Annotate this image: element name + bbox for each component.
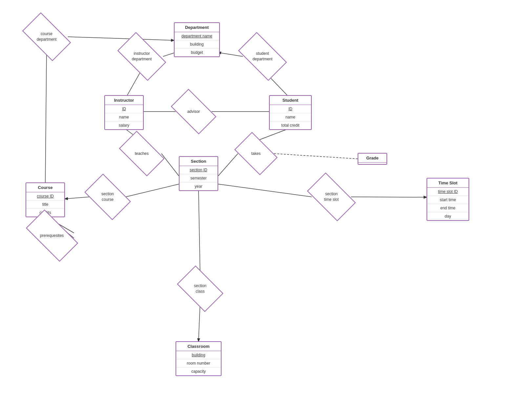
entity-title-classroom: Classroom xyxy=(176,342,221,351)
svg-line-9 xyxy=(161,154,179,176)
diamond-label-section_timeslot: sectiontime slot xyxy=(324,191,339,202)
entity-department: Departmentdepartment namebuildingbudget xyxy=(174,22,220,57)
entity-title-grade: Grade xyxy=(358,154,387,163)
entity-attr-timeslot: end time xyxy=(427,204,469,212)
entity-title-instructor: Instructor xyxy=(105,96,143,105)
svg-line-11 xyxy=(218,154,238,176)
diamond-label-student_dept: studentdepartment xyxy=(253,51,273,62)
diamond-section_class: sectionclass xyxy=(180,276,220,302)
entity-attr-student: total credit xyxy=(270,121,311,129)
entity-attr-student: ID xyxy=(270,105,311,113)
entity-title-student: Student xyxy=(270,96,311,105)
diamond-label-teaches: teaches xyxy=(135,151,149,157)
diamond-label-advisor: advisor xyxy=(187,109,200,115)
entity-attr-classroom: building xyxy=(176,351,221,359)
diamond-label-course_dept: coursedepartment xyxy=(37,31,57,42)
diamond-prereqs: prerequesites xyxy=(28,222,76,249)
entity-attr-instructor: salary xyxy=(105,121,143,129)
entity-student: StudentIDnametotal credit xyxy=(269,95,312,130)
svg-line-14 xyxy=(65,197,90,199)
diamond-label-section_course: sectioncourse xyxy=(101,191,114,202)
entity-attr-timeslot: start time xyxy=(427,196,469,204)
diamond-label-takes: takes xyxy=(251,151,261,157)
entity-attr-instructor: name xyxy=(105,113,143,121)
diamond-label-prereqs: prerequesites xyxy=(40,233,64,239)
svg-line-18 xyxy=(199,302,200,341)
entity-attr-course: course ID xyxy=(26,192,64,200)
svg-line-0 xyxy=(68,37,174,40)
svg-line-1 xyxy=(45,50,47,182)
entity-section: Sectionsection IDsemesteryear xyxy=(179,156,218,191)
entity-attr-timeslot: time slot ID xyxy=(427,188,469,196)
diamond-student_dept: studentdepartment xyxy=(241,43,284,70)
svg-line-10 xyxy=(256,128,290,141)
entity-attr-department: budget xyxy=(175,49,219,56)
entity-attr-student: name xyxy=(270,113,311,121)
entity-attr-department: department name xyxy=(175,32,219,40)
diamond-section_timeslot: sectiontime slot xyxy=(310,184,353,210)
entity-attr-classroom: capacity xyxy=(176,368,221,375)
svg-line-13 xyxy=(126,184,179,197)
svg-line-15 xyxy=(218,184,312,197)
entity-attr-timeslot: day xyxy=(427,212,469,220)
entity-attr-section: semester xyxy=(179,174,218,182)
entity-title-course: Course xyxy=(26,183,64,192)
entity-attr-section: section ID xyxy=(179,166,218,174)
entity-grade: Grade xyxy=(358,153,387,165)
diamond-label-instructor_dept: instructordepartment xyxy=(132,51,152,62)
svg-line-3 xyxy=(127,70,142,95)
entity-classroom: Classroombuildingroom numbercapacity xyxy=(176,341,221,376)
svg-line-12 xyxy=(274,154,358,159)
entity-attr-section: year xyxy=(179,182,218,190)
entity-attr-classroom: room number xyxy=(176,359,221,368)
svg-line-17 xyxy=(199,189,200,276)
entity-title-department: Department xyxy=(175,23,219,32)
entity-timeslot: Time Slottime slot IDstart timeend timed… xyxy=(427,178,469,221)
entity-attr-department: building xyxy=(175,40,219,49)
entity-title-timeslot: Time Slot xyxy=(427,178,469,188)
diamond-label-section_class: sectionclass xyxy=(194,283,206,294)
diamond-teaches: teaches xyxy=(122,141,161,166)
entity-attr-instructor: ID xyxy=(105,105,143,113)
diamond-takes: takes xyxy=(238,141,274,166)
diamond-course_dept: coursedepartment xyxy=(25,24,68,50)
entity-attr-course: title xyxy=(26,200,64,209)
entity-title-section: Section xyxy=(179,157,218,166)
diamond-instructor_dept: instructordepartment xyxy=(120,43,163,70)
svg-line-16 xyxy=(351,197,427,197)
svg-line-4 xyxy=(218,52,243,56)
diamond-section_course: sectioncourse xyxy=(88,184,127,210)
diamond-advisor: advisor xyxy=(174,99,213,124)
entity-instructor: InstructorIDnamesalary xyxy=(104,95,144,130)
